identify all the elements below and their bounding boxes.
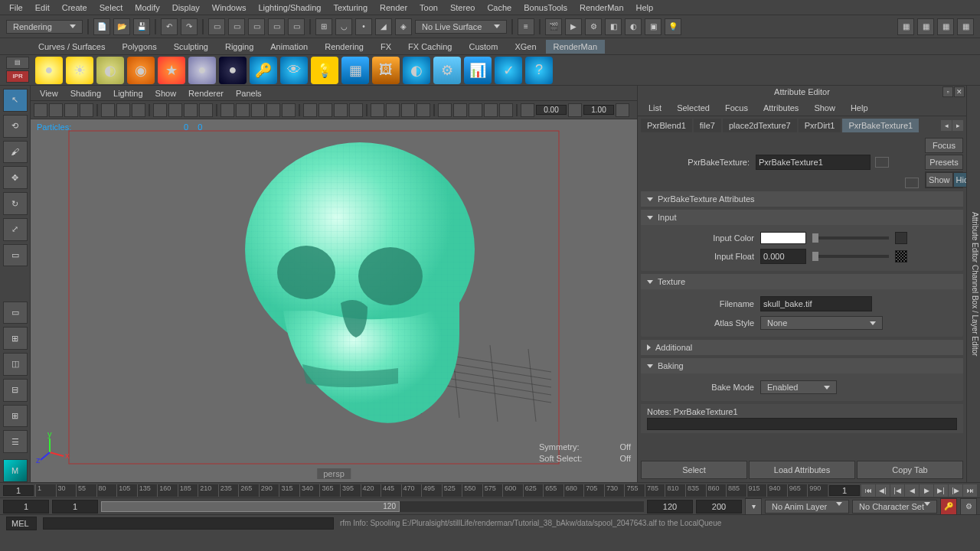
toggle-attr-button[interactable]: ▦ (957, 18, 974, 35)
vp-tool[interactable] (469, 103, 482, 117)
construction-history-button[interactable]: ≡ (518, 18, 534, 35)
range-max-input[interactable] (696, 500, 742, 514)
section-header-input[interactable]: Input (641, 210, 963, 225)
toggle-modeling-button[interactable]: ▦ (897, 18, 914, 35)
prefs-button[interactable]: ⚙ (960, 498, 977, 515)
copy-tab-button[interactable]: Copy Tab (857, 461, 963, 479)
select-tool[interactable]: ↖ (3, 89, 28, 112)
range-end-input[interactable] (647, 500, 693, 514)
attr-tab-file7[interactable]: file7 (694, 119, 721, 132)
notes-input[interactable] (647, 418, 957, 430)
layout-outliner[interactable]: ☰ (3, 430, 28, 453)
shelf-tab-rigging[interactable]: Rigging (217, 40, 261, 54)
range-start-input[interactable] (52, 500, 98, 514)
bakemode-dropdown[interactable]: Enabled (760, 380, 837, 394)
vp-tool[interactable] (401, 103, 415, 117)
step-forward-button[interactable]: ▶| (934, 484, 948, 497)
layout-three[interactable]: ⊞ (3, 405, 28, 428)
attr-menu-list[interactable]: List (641, 103, 669, 112)
shelf-options[interactable]: ▤IPR (6, 57, 29, 84)
snap-point-button[interactable]: • (355, 18, 372, 35)
menu-texturing[interactable]: Texturing (327, 3, 374, 12)
vp-menu-shading[interactable]: Shading (64, 89, 107, 98)
snap-grid-button[interactable]: ⊞ (315, 18, 332, 35)
attr-menu-selected[interactable]: Selected (669, 103, 717, 112)
attr-menu-show[interactable]: Show (806, 103, 843, 112)
input-color-slider[interactable] (812, 236, 889, 240)
range-min-input[interactable] (3, 500, 49, 514)
presets-button[interactable]: Presets (925, 155, 963, 170)
hypershade-button[interactable]: ◐ (625, 18, 642, 35)
shelf-light-star[interactable]: ★ (158, 57, 185, 84)
filename-input[interactable] (760, 296, 872, 311)
vp-tool[interactable] (371, 103, 384, 117)
menu-display[interactable]: Display (166, 3, 206, 12)
range-thumb[interactable]: 120 (101, 501, 400, 512)
vp-gamma-input[interactable] (583, 105, 614, 115)
move-tool[interactable]: ✥ (3, 166, 28, 189)
play-back-button[interactable]: ◀ (905, 484, 919, 497)
shelf-globals[interactable]: ⚙ (433, 57, 461, 84)
input-connection-icon[interactable] (875, 157, 889, 168)
vp-shaded[interactable] (236, 103, 250, 117)
attr-tab-place2d[interactable]: place2dTexture7 (723, 119, 797, 132)
section-header-texture[interactable]: Texture (641, 274, 963, 289)
open-scene-button[interactable]: 📂 (113, 18, 130, 35)
focus-button[interactable]: Focus (925, 138, 963, 153)
shelf-dark-sphere[interactable]: ● (219, 57, 247, 84)
snap-plane-button[interactable]: ◢ (375, 18, 392, 35)
vp-xray-joints[interactable] (334, 103, 348, 117)
shelf-key[interactable]: 🔑 (250, 57, 277, 84)
vp-exposure-icon[interactable] (521, 103, 534, 117)
shelf-spreadsheet[interactable]: ▦ (341, 57, 369, 84)
shelf-help[interactable]: ? (525, 57, 553, 84)
vp-tool[interactable] (438, 103, 452, 117)
anim-layer-dropdown[interactable]: No Anim Layer (765, 500, 849, 514)
attr-tab-pxrblend[interactable]: PxrBlend1 (641, 119, 692, 132)
select-mask-button[interactable]: ▭ (248, 18, 265, 35)
section-header-additional[interactable]: Additional (641, 340, 963, 355)
shelf-tab-rendering[interactable]: Rendering (317, 40, 371, 54)
vp-xray[interactable] (318, 103, 332, 117)
shelf-bulb[interactable]: 💡 (311, 57, 338, 84)
shelf-tab-fxcaching[interactable]: FX Caching (400, 40, 459, 54)
menu-stereo[interactable]: Stereo (444, 3, 481, 12)
select-mask-button[interactable]: ▭ (268, 18, 285, 35)
vp-tool[interactable] (484, 103, 498, 117)
shelf-tab-custom[interactable]: Custom (462, 40, 506, 54)
render-view-button[interactable]: ▣ (645, 18, 662, 35)
shelf-check[interactable]: ✓ (495, 57, 522, 84)
vp-gamma-icon[interactable] (568, 103, 582, 117)
vp-tool[interactable] (499, 103, 513, 117)
redo-button[interactable]: ↷ (181, 18, 198, 35)
tab-prev-button[interactable]: ◂ (941, 120, 952, 131)
toggle-animation-button[interactable]: ▦ (917, 18, 934, 35)
vp-menu-renderer[interactable]: Renderer (182, 89, 230, 98)
lasso-tool[interactable]: ⟲ (3, 115, 28, 138)
shelf-tab-xgen[interactable]: XGen (507, 40, 544, 54)
vp-grid[interactable] (153, 103, 167, 117)
menu-modify[interactable]: Modify (129, 3, 165, 12)
vp-menu-panels[interactable]: Panels (230, 89, 268, 98)
menu-lighting[interactable]: Lighting/Shading (252, 3, 327, 12)
atlas-style-dropdown[interactable]: None (760, 316, 883, 330)
menu-edit[interactable]: Edit (29, 3, 56, 12)
menu-windows[interactable]: Windows (206, 3, 253, 12)
character-set-dropdown[interactable]: No Character Set (852, 500, 937, 514)
vp-tool[interactable] (416, 103, 430, 117)
vp-view-transform[interactable] (616, 103, 629, 117)
menu-toon[interactable]: Toon (413, 3, 444, 12)
select-mask-button[interactable]: ▭ (288, 18, 305, 35)
vp-xray-active[interactable] (349, 103, 363, 117)
shelf-tab-fx[interactable]: FX (373, 40, 399, 54)
render-button[interactable]: 🎬 (545, 18, 562, 35)
vp-grease[interactable] (116, 103, 130, 117)
node-name-input[interactable] (756, 155, 871, 170)
range-track[interactable]: 120 (101, 501, 644, 512)
autokey-button[interactable]: 🔑 (940, 498, 957, 515)
attr-tab-pxrdirt[interactable]: PxrDirt1 (799, 119, 841, 132)
live-surface-dropdown[interactable]: No Live Surface (415, 20, 507, 34)
output-connection-icon[interactable] (905, 178, 919, 188)
input-float-slider[interactable] (812, 255, 889, 258)
input-float-map-button[interactable] (895, 250, 907, 262)
